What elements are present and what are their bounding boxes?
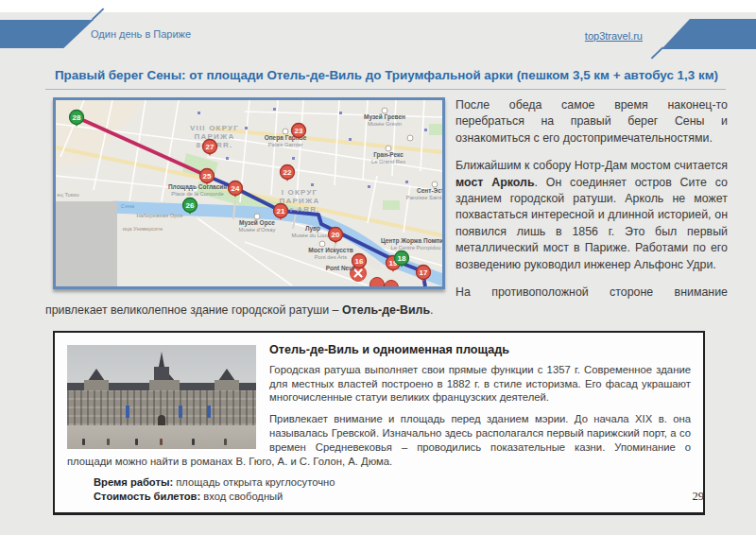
svg-text:Pont des Arts: Pont des Arts (315, 254, 348, 260)
svg-text:Musée Grévin: Musée Grévin (368, 121, 402, 127)
photo-central-tower (154, 367, 169, 380)
svg-text:26: 26 (186, 201, 195, 210)
photo-spire (159, 352, 164, 367)
paris-route-map: VIII ОКРУГПАРИЖА8e ARR.I ОКРУГПАРИЖА1er … (53, 97, 445, 289)
svg-text:Центр Жоржа Помпиду: Центр Жоржа Помпиду (381, 237, 442, 245)
svg-text:Pont Neuf: Pont Neuf (326, 265, 356, 271)
svg-text:Place de la Concorde: Place de la Concorde (171, 191, 223, 197)
header-right-swoosh-tip (651, 46, 664, 59)
svg-text:Le Centre Pompidou: Le Centre Pompidou (390, 245, 440, 250)
svg-text:18: 18 (398, 254, 406, 263)
top-white-band (0, 0, 756, 12)
svg-text:23: 23 (295, 127, 303, 135)
svg-text:ПАРИЖА: ПАРИЖА (280, 197, 320, 205)
content-area: VIII ОКРУГПАРИЖА8e ARR.I ОКРУГПАРИЖА1er … (45, 97, 728, 515)
photo-plaza (67, 425, 256, 449)
svg-text:Le Grand Rex: Le Grand Rex (371, 159, 405, 164)
bold-pont-arcole: мост Арколь (455, 176, 535, 189)
svg-text:Музей Гревен: Музей Гревен (364, 113, 405, 121)
map-image: VIII ОКРУГПАРИЖА8e ARR.I ОКРУГПАРИЖА1er … (56, 100, 442, 286)
header-right-swoosh (662, 19, 756, 49)
svg-text:ица Университе: ица Университе (123, 226, 163, 232)
svg-text:Гран-Рекс: Гран-Рекс (373, 151, 404, 159)
paragraph-opposite-cont: привлекает великолепное здание городской… (45, 302, 728, 319)
svg-text:Лувр: Лувр (305, 225, 320, 233)
svg-text:Набережная Орсе: Набережная Орсе (136, 213, 182, 218)
hotel-de-ville-photo (67, 345, 256, 449)
svg-text:ец Токио: ец Токио (57, 192, 78, 198)
svg-text:16: 16 (355, 257, 364, 266)
svg-text:20: 20 (332, 231, 340, 239)
page-number: 29 (0, 490, 704, 504)
hours-value: площадь открыта круглосуточно (173, 476, 335, 488)
hours-label: Время работы: (94, 476, 173, 488)
svg-text:Paroisse Saint-Eustach: Paroisse Saint-Eustach (406, 195, 442, 200)
svg-text:Мост Искусств: Мост Искусств (308, 247, 352, 254)
svg-text:24: 24 (232, 184, 240, 193)
svg-text:25: 25 (203, 172, 212, 181)
slide-page: { "page": {"number": "29", "background":… (0, 0, 756, 535)
page-title: Правый берег Сены: от площади Отель-де-В… (45, 68, 728, 83)
svg-text:Музей Орсе: Музей Орсе (239, 219, 275, 227)
svg-text:VIII ОКРУГ: VIII ОКРУГ (190, 124, 239, 132)
title-divider (45, 89, 726, 90)
svg-text:Сент-Эсташ: Сент-Эсташ (417, 187, 442, 194)
svg-text:Musée d'Orsay: Musée d'Orsay (239, 227, 276, 233)
svg-text:ПАРИЖА: ПАРИЖА (195, 132, 235, 141)
svg-text:21: 21 (277, 207, 285, 216)
svg-text:28: 28 (73, 113, 81, 122)
svg-text:Сена: Сена (121, 203, 135, 209)
svg-text:Palais Garnier: Palais Garnier (268, 142, 303, 147)
svg-text:Musée du Louvre: Musée du Louvre (292, 233, 335, 238)
site-link[interactable]: top3travel.ru (585, 30, 643, 42)
bold-hotel-de-ville: Отель-де-Виль (342, 303, 430, 317)
svg-text:17: 17 (420, 268, 428, 277)
svg-text:Площадь Согласия: Площадь Согласия (168, 183, 227, 191)
svg-text:27: 27 (206, 143, 215, 151)
svg-text:22: 22 (284, 168, 292, 177)
svg-text:I ОКРУГ: I ОКРУГ (282, 188, 318, 197)
hotel-de-ville-infobox: Отель-де-Виль и одноименная площадь Горо… (53, 331, 705, 516)
